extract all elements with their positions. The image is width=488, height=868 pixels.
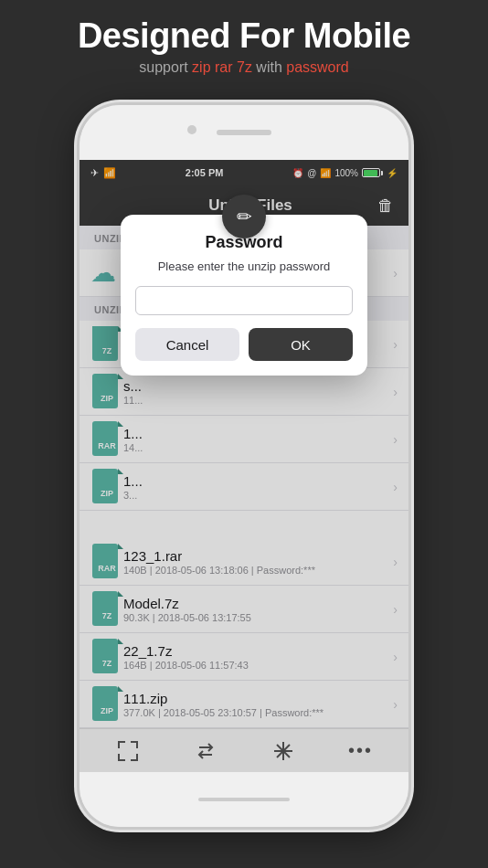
dialog-message: Please enter the unzip password — [135, 259, 353, 273]
phone-frame: ✈ 📶 2:05 PM ⏰ @ 📶 100% ⚡ UnZip Files 🗑 U… — [80, 105, 408, 827]
app-banner: Designed For Mobile support zip rar 7z w… — [0, 0, 488, 90]
pencil-icon: ✏ — [237, 206, 252, 228]
password-dialog: ✏ Password Please enter the unzip passwo… — [121, 215, 367, 376]
password-dialog-overlay: ✏ Password Please enter the unzip passwo… — [80, 160, 408, 772]
banner-subtitle: support zip rar 7z with password — [9, 59, 479, 76]
banner-title: Designed For Mobile — [9, 16, 479, 56]
front-camera — [187, 125, 196, 134]
speaker — [217, 130, 271, 135]
edit-fab: ✏ — [222, 195, 266, 238]
phone-top — [80, 105, 408, 160]
ok-button[interactable]: OK — [249, 328, 353, 361]
phone-screen: ✈ 📶 2:05 PM ⏰ @ 📶 100% ⚡ UnZip Files 🗑 U… — [80, 160, 408, 772]
subtitle-middle: with — [252, 59, 286, 75]
subtitle-password: password — [286, 59, 348, 75]
subtitle-formats: zip rar 7z — [192, 59, 252, 75]
password-input[interactable] — [135, 286, 353, 315]
cancel-button[interactable]: Cancel — [135, 328, 239, 361]
dialog-buttons: Cancel OK — [135, 328, 353, 361]
home-indicator — [198, 798, 290, 801]
subtitle-prefix: support — [139, 59, 192, 75]
phone-bottom — [80, 772, 408, 827]
